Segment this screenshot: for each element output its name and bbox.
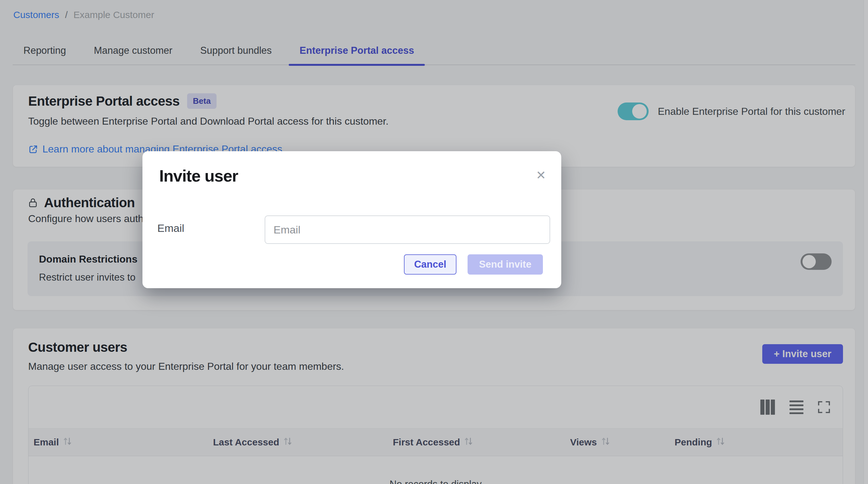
modal-title: Invite user — [159, 166, 238, 185]
email-label: Email — [157, 222, 184, 234]
invite-user-modal: Invite user ✕ Email Cancel Send invite — [143, 151, 561, 288]
email-field[interactable] — [265, 216, 550, 244]
send-invite-button[interactable]: Send invite — [468, 254, 543, 275]
cancel-button[interactable]: Cancel — [404, 254, 457, 275]
close-icon[interactable]: ✕ — [533, 168, 549, 183]
